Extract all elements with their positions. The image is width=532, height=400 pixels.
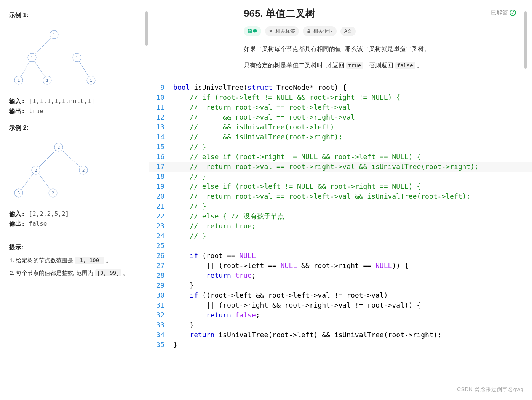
svg-text:1: 1 — [76, 55, 78, 60]
translate-pill[interactable]: A文 — [340, 27, 356, 36]
example2-heading: 示例 2: — [9, 124, 145, 132]
problem-description-panel: 示例 1: 1 1 1 1 1 1 输入: [1 — [0, 0, 145, 400]
example2-tree: 2 2 2 5 2 — [9, 139, 93, 204]
problem-header: 965. 单值二叉树 已解答 ✓ 简单 相关标签 相关企业 A文 — [149, 0, 532, 80]
scrollbar-thumb[interactable] — [145, 11, 148, 46]
example1-tree: 1 1 1 1 1 1 — [9, 26, 108, 91]
line-number-gutter: 9101112131415161718192021222324252627282… — [149, 83, 169, 400]
lock-icon — [307, 29, 311, 33]
watermark: CSDN @念来过倒字名qwq — [457, 386, 524, 393]
code-content[interactable]: bool isUnivalTree(struct TreeNode* root)… — [173, 83, 479, 400]
scrollbar-thumb[interactable] — [524, 11, 527, 69]
translate-icon: A文 — [344, 28, 352, 35]
solved-badge: 已解答 ✓ — [491, 9, 516, 16]
tag-icon — [269, 29, 273, 33]
example2-io: 输入: [2,2,2,5,2] 输出: false — [9, 209, 145, 228]
svg-text:5: 5 — [18, 191, 20, 196]
svg-text:2: 2 — [58, 145, 60, 150]
hints-heading: 提示: — [9, 244, 145, 252]
gutter-separator — [169, 83, 169, 400]
code-editor[interactable]: 9101112131415161718192021222324252627282… — [149, 80, 532, 400]
svg-line-17 — [36, 147, 59, 170]
svg-text:1: 1 — [46, 78, 49, 83]
example1-io: 输入: [1,1,1,1,1,null,1] 输出: true — [9, 96, 145, 116]
hint-item: 每个节点的值都是整数, 范围为 [0, 99] 。 — [16, 269, 145, 277]
companies-pill[interactable]: 相关企业 — [303, 26, 337, 36]
svg-line-1 — [54, 35, 77, 57]
description-paragraph: 如果二叉树每个节点都具有相同的值, 那么该二叉树就是单值二叉树。 — [244, 44, 532, 54]
svg-text:2: 2 — [82, 168, 85, 173]
svg-line-18 — [59, 147, 83, 170]
svg-text:1: 1 — [90, 78, 93, 83]
example1-heading: 示例 1: — [9, 11, 145, 19]
svg-text:2: 2 — [52, 191, 54, 196]
panel-divider[interactable] — [145, 0, 149, 400]
hints-section: 提示: 给定树的节点数范围是 [1, 100] 。 每个节点的值都是整数, 范围… — [9, 244, 145, 277]
tags-pill[interactable]: 相关标签 — [265, 26, 299, 36]
hint-item: 给定树的节点数范围是 [1, 100] 。 — [16, 257, 145, 264]
svg-text:1: 1 — [31, 55, 34, 60]
check-icon: ✓ — [510, 10, 516, 16]
problem-title: 965. 单值二叉树 — [244, 7, 532, 20]
difficulty-pill[interactable]: 简单 — [244, 26, 261, 36]
svg-text:2: 2 — [35, 168, 37, 173]
svg-text:1: 1 — [18, 78, 20, 83]
svg-text:1: 1 — [53, 32, 56, 37]
description-paragraph: 只有给定的树是单值二叉树时, 才返回 true；否则返回 false 。 — [244, 60, 532, 70]
svg-line-0 — [32, 35, 54, 57]
